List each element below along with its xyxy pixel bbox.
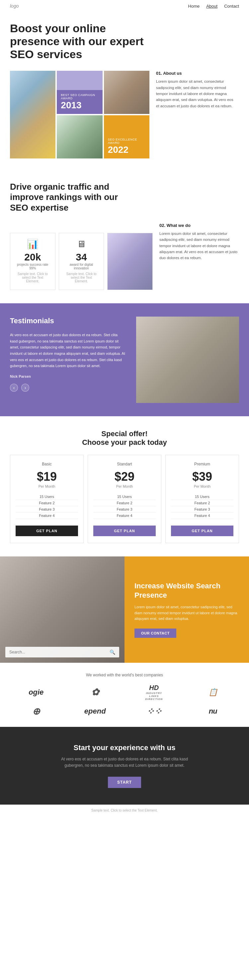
footer-cta: Start your experience with us At vero eo… [0,727,249,805]
hero-img-woman [10,71,56,159]
bottom-note: Sample text. Click to select the Text El… [0,805,249,816]
plan-basic: Basic $19 Per Month 15 Users Feature 2 F… [10,455,84,543]
stat-label-2: award for digital innovation [64,263,98,270]
stat-number-2: 34 [64,251,98,263]
testimonial-right [136,317,239,403]
nav-contact[interactable]: Contact [224,4,239,9]
partners-section: We worked with the world's best companie… [0,663,249,727]
partner-flower: ✿ [69,687,122,698]
stat-icon-2: 🖥 [64,239,98,250]
section2-left: 📊 20k projects success rate 99% Sample t… [10,223,153,290]
what-we-do-text: Lorem ipsum dolor sit amet, consectetur … [159,231,239,261]
partner-hd: HDINDUSTRYLINKSDIRECTION [128,684,180,701]
plan-name-2: Standart [93,462,156,466]
plan-standart: Standart $29 Per Month 15 Users Feature … [88,455,161,543]
feature-1-3: Feature 3 [16,506,78,512]
search-input[interactable] [9,650,109,654]
testimonial-next-btn[interactable]: › [21,384,29,392]
search-bar: 🔍 [5,647,119,657]
plan-features-3: 15 Users Feature 2 Feature 3 Feature 4 [171,494,233,519]
feature-3-1: 15 Users [171,494,233,500]
pricing-grid: Basic $19 Per Month 15 Users Feature 2 F… [10,455,239,543]
pricing-heading: Special offer! Choose your pack today [10,430,239,447]
cta-image-side: 🔍 [0,557,125,663]
logo: logo [10,3,19,9]
stat-label-1: projects success rate 99% [16,263,50,270]
start-button[interactable]: START [108,777,141,788]
partner-ogie: ogie [10,688,62,697]
about-section: 01. About us Lorem ipsum dolor sit amet,… [156,71,236,159]
plan-features-1: 15 Users Feature 2 Feature 3 Feature 4 [16,494,78,519]
plan-price-3: $39 [171,470,233,484]
hero-award-2022: SEO Excellence Award 2022 [104,115,149,159]
feature-3-2: Feature 2 [171,500,233,506]
hero-image-grid: Best SEO Campaign Award 2013 SEO Excelle… [10,71,149,159]
stat-image-card [107,233,153,290]
hero-img-tablet [57,115,102,159]
partners-label: We worked with the world's best companie… [10,673,239,677]
footer-cta-text: At vero eos et accusam et justo duo dolo… [58,756,191,769]
stat-number-1: 20k [16,251,50,263]
section2: Drive organic traffic and improve rankin… [0,169,249,303]
stat-text-2: Sample text. Click to select the Text El… [64,272,98,283]
nav-links: Home About Contact [188,4,239,9]
about-text: Lorem ipsum dolor sit amet, consectetur … [156,78,236,109]
what-we-do: 02. What we do Lorem ipsum dolor sit ame… [159,223,239,290]
testimonial-prev-btn[interactable]: ‹ [10,384,18,392]
search-icon: 🔍 [109,649,115,655]
plan-premium: Premium $39 Per Month 15 Users Feature 2… [165,455,239,543]
stat-card-2: 🖥 34 award for digital innovation Sample… [59,233,104,290]
feature-3-3: Feature 3 [171,506,233,512]
feature-2-1: 15 Users [93,494,156,500]
testimonial-text: At vero eos et accusam et justo duo dolo… [10,332,126,369]
stat-text-1: Sample text. Click to select the Text El… [16,272,50,283]
hero-heading: Boost your online presence with our expe… [10,22,149,61]
stat-card-1: 📊 20k projects success rate 99% Sample t… [10,233,56,290]
cta-btn[interactable]: OUR CONTACT [135,628,176,638]
plan-btn-3[interactable]: GET PLAN [171,525,233,536]
cta-section: 🔍 Increase Website Search Presence Lorem… [0,557,249,663]
partners-logos-row1: ogie ✿ HDINDUSTRYLINKSDIRECTION 📋 [10,684,239,701]
plan-name-1: Basic [16,462,78,466]
what-we-do-title: 02. What we do [159,223,239,228]
testimonial-left: Testimonials At vero eos et accusam et j… [10,317,136,403]
testimonial-author: Nick Parsen [10,374,126,379]
award-year-2: 2022 [108,145,146,155]
award-year-1: 2013 [61,100,98,111]
partner-box: 📋 [187,688,239,697]
plan-price-1: $19 [16,470,78,484]
partner-circle: ⊕ [10,706,62,717]
cta-content: Increase Website Search Presence Lorem i… [125,557,249,663]
plan-btn-1[interactable]: GET PLAN [16,525,78,536]
navbar: logo Home About Contact [0,0,249,12]
partner-dots: ⁘⁘ [128,706,180,717]
cta-heading: Increase Website Search Presence [135,581,239,600]
plan-name-3: Premium [171,462,233,466]
award-label-1: Best SEO Campaign Award [61,93,98,100]
plan-price-2: $29 [93,470,156,484]
nav-about[interactable]: About [206,4,217,9]
partner-epend: epend [69,707,122,716]
hero-img-person [104,71,149,114]
cta-text: Lorem ipsum dolor sit amet, consectetur … [135,604,239,622]
feature-2-2: Feature 2 [93,500,156,506]
nav-home[interactable]: Home [188,4,200,9]
testimonial-image [136,317,239,403]
feature-1-4: Feature 4 [16,512,78,519]
testimonials-heading: Testimonials [10,317,126,325]
testimonial-nav: ‹ › [10,384,126,392]
feature-3-4: Feature 4 [171,512,233,519]
plan-btn-2[interactable]: GET PLAN [93,525,156,536]
plan-period-3: Per Month [171,484,233,488]
section2-heading: Drive organic traffic and improve rankin… [10,182,123,213]
testimonials-section: Testimonials At vero eos et accusam et j… [0,303,249,416]
hero-section: Boost your online presence with our expe… [0,12,249,169]
partners-logos-row2: ⊕ epend ⁘⁘ nu [10,706,239,717]
partner-nu: nu [187,707,239,716]
hero-award-2013: Best SEO Campaign Award 2013 [57,71,102,114]
award-label-2: SEO Excellence Award [108,138,146,145]
footer-cta-heading: Start your experience with us [10,743,239,752]
feature-2-4: Feature 4 [93,512,156,519]
plan-period-2: Per Month [93,484,156,488]
stats-grid: 📊 20k projects success rate 99% Sample t… [10,233,153,290]
